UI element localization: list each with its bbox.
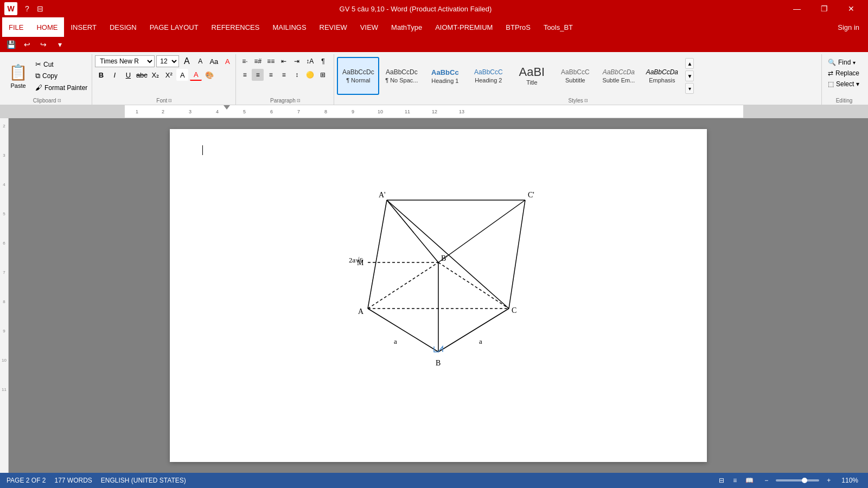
paragraph-expand-icon[interactable]: ⊡ <box>297 98 301 103</box>
style-subtitle[interactable]: AaBbCcC Subtitle <box>554 57 596 95</box>
ruler-mark: 10 <box>378 109 383 114</box>
style-no-spacing[interactable]: AaBbCcDc ¶ No Spac... <box>380 57 423 95</box>
superscript-btn[interactable]: X² <box>163 69 175 81</box>
multilevel-btn[interactable]: ≡≡ <box>265 55 277 67</box>
style-subtle-em[interactable]: AaBbCcDa Subtle Em... <box>597 57 640 95</box>
font-name-select[interactable]: Times New R <box>95 55 155 67</box>
italic-btn[interactable]: I <box>108 69 120 81</box>
document-page[interactable]: A' C' B' M A B C 2a√6 <box>170 129 707 462</box>
zoom-in-btn[interactable]: + <box>824 476 834 485</box>
show-para-btn[interactable]: ¶ <box>317 55 329 67</box>
menu-item-view[interactable]: VIEW <box>354 17 385 37</box>
clear-format-btn[interactable]: A <box>221 55 233 67</box>
clipboard-expand-icon[interactable]: ⊡ <box>58 98 61 103</box>
change-case-btn[interactable]: Aa <box>208 55 220 67</box>
zoom-out-btn[interactable]: − <box>761 476 771 485</box>
find-button[interactable]: 🔍 Find ▾ <box>825 57 859 67</box>
style-emphasis[interactable]: AaBbCcDa Emphasis <box>641 57 683 95</box>
minimize-btn[interactable]: — <box>784 0 809 17</box>
align-right-btn[interactable]: ≡ <box>265 69 277 81</box>
menu-item-tools-bt[interactable]: Tools_BT <box>537 17 579 37</box>
status-right: ⊟ ≡ 📖 − + 110% <box>716 476 861 485</box>
menu-item-insert[interactable]: INSERT <box>64 17 103 37</box>
bullets-btn[interactable]: ≡· <box>239 55 251 67</box>
document-area[interactable]: A' C' B' M A B C 2a√6 <box>9 118 868 473</box>
para-row2: ≡ ≡ ≡ ≡ ↕ 🟡 ⊞ <box>239 69 329 81</box>
quick-help-btn[interactable]: ? <box>21 2 34 15</box>
borders-btn[interactable]: ⊞ <box>317 69 329 81</box>
select-icon: ⬚ <box>828 80 834 88</box>
menu-item-references[interactable]: REFERENCES <box>205 17 266 37</box>
undo-qa-btn[interactable]: ↩ <box>21 38 34 51</box>
justify-btn[interactable]: ≡ <box>278 69 290 81</box>
styles-label: Styles <box>569 98 583 104</box>
font-expand-icon[interactable]: ⊡ <box>168 98 172 103</box>
menu-item-page-layout[interactable]: PAGE LAYOUT <box>143 17 205 37</box>
menu-item-mailings[interactable]: MAILINGS <box>266 17 312 37</box>
shrink-font-btn[interactable]: A <box>194 55 206 67</box>
menu-item-aiomt[interactable]: AIOMT-PREMIUM <box>429 17 499 37</box>
read-mode-btn[interactable]: 📖 <box>742 476 757 485</box>
subscript-btn[interactable]: X₂ <box>149 69 161 81</box>
menu-item-mathtype[interactable]: MathType <box>385 17 429 37</box>
ribbon-display-btn[interactable]: ⊟ <box>34 2 47 15</box>
print-layout-btn[interactable]: ⊟ <box>716 476 727 485</box>
paste-button[interactable]: 📋 Paste <box>4 61 32 91</box>
menu-item-review[interactable]: REVIEW <box>313 17 354 37</box>
find-label: Find <box>838 59 851 66</box>
style-title[interactable]: AaBI Title <box>510 57 553 95</box>
shading-btn[interactable]: 🎨 <box>203 69 215 81</box>
bold-btn[interactable]: B <box>95 69 107 81</box>
close-btn[interactable]: ✕ <box>839 0 864 17</box>
maximize-btn[interactable]: ❐ <box>812 0 837 17</box>
style-scroll-up[interactable]: ▲ <box>685 58 694 69</box>
menu-item-btpros[interactable]: BTProS <box>499 17 537 37</box>
font-size-select[interactable]: 12 <box>156 55 179 67</box>
sign-in-btn[interactable]: Sign in <box>831 17 866 37</box>
cut-button[interactable]: ✂ Cut <box>33 59 90 69</box>
increase-indent-btn[interactable]: ⇥ <box>291 55 303 67</box>
align-center-btn[interactable]: ≡ <box>252 69 264 81</box>
v-ruler-9: 9 <box>3 329 5 358</box>
more-qa-btn[interactable]: ▾ <box>53 38 66 51</box>
align-left-btn[interactable]: ≡ <box>239 69 251 81</box>
format-painter-button[interactable]: 🖌 Format Painter <box>33 82 90 93</box>
sort-btn[interactable]: ↕A <box>304 55 316 67</box>
paste-icon: 📋 <box>9 63 28 81</box>
text-highlight-btn[interactable]: A <box>176 69 188 81</box>
shading-para-btn[interactable]: 🟡 <box>304 69 316 81</box>
save-qa-btn[interactable]: 💾 <box>4 38 17 51</box>
zoom-level[interactable]: 110% <box>838 476 861 485</box>
web-layout-btn[interactable]: ≡ <box>730 476 740 485</box>
svg-line-10 <box>438 262 509 309</box>
menu-item-home[interactable]: HOME <box>30 17 64 37</box>
style-heading1[interactable]: AaBbCc Heading 1 <box>424 57 466 95</box>
style-normal[interactable]: AaBbCcDc ¶ Normal <box>337 57 379 95</box>
style-subtitle-label: Subtitle <box>565 77 585 84</box>
grow-font-btn[interactable]: A <box>181 55 193 67</box>
ruler-indent-marker[interactable] <box>224 105 230 110</box>
style-heading2[interactable]: AaBbCcC Heading 2 <box>467 57 509 95</box>
font-color-btn[interactable]: A <box>190 69 202 81</box>
text-cursor <box>202 145 203 155</box>
style-scroll-down[interactable]: ▼ <box>685 70 694 81</box>
replace-button[interactable]: ⇄ Replace <box>825 68 863 78</box>
find-dropdown-icon[interactable]: ▾ <box>853 60 856 66</box>
zoom-slider[interactable] <box>776 479 819 481</box>
svg-line-11 <box>368 262 438 309</box>
strikethrough-btn[interactable]: abc <box>136 69 148 81</box>
label-a-prime: A' <box>379 191 386 199</box>
numbering-btn[interactable]: ≡# <box>252 55 264 67</box>
underline-btn[interactable]: U <box>122 69 134 81</box>
select-button[interactable]: ⬚ Select ▾ <box>825 79 863 89</box>
decrease-indent-btn[interactable]: ⇤ <box>278 55 290 67</box>
zoom-slider-thumb[interactable] <box>802 478 807 483</box>
redo-qa-btn[interactable]: ↪ <box>37 38 50 51</box>
menu-item-design[interactable]: DESIGN <box>103 17 143 37</box>
style-scroll-more[interactable]: ▾ <box>685 83 694 94</box>
menu-item-file[interactable]: FILE <box>2 17 30 37</box>
styles-expand-icon[interactable]: ⊡ <box>584 98 588 103</box>
main-area: 2 3 4 5 6 7 8 9 10 11 <box>0 118 868 473</box>
line-spacing-btn[interactable]: ↕ <box>291 69 303 81</box>
copy-button[interactable]: ⧉ Copy <box>33 70 90 81</box>
